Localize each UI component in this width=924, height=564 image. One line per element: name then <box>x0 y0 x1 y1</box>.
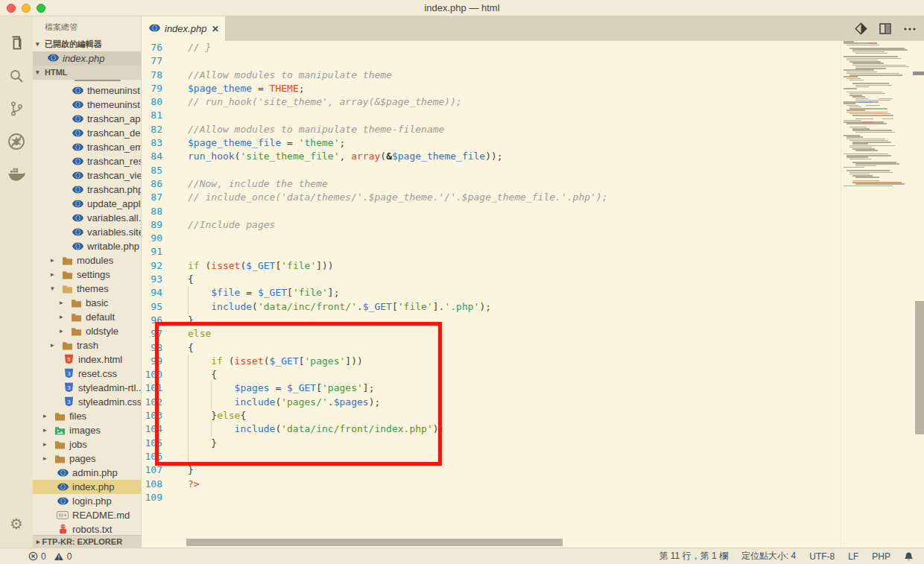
tree-item-label: variables.all.... <box>87 212 141 224</box>
code-line-88[interactable]: 88 <box>142 205 924 218</box>
open-preview-icon[interactable] <box>855 22 867 35</box>
code-line-90[interactable]: 90 <box>142 232 924 245</box>
tree-item-basic[interactable]: ▸basic <box>33 296 141 310</box>
docker-icon[interactable] <box>0 158 33 191</box>
tree-item-jobs[interactable]: ▸jobs <box>33 437 141 451</box>
tree-item-readme-md[interactable]: MREADME.md <box>33 508 141 522</box>
tree-item-oldstyle[interactable]: ▸oldstyle <box>33 324 141 338</box>
code-line-99[interactable]: 99if (isset($_GET['pages'])) <box>142 355 924 368</box>
ftp-kr-section-header[interactable]: ▸ FTP-KR: EXPLORER <box>33 535 141 548</box>
settings-gear-icon[interactable]: ⚙ <box>10 515 23 533</box>
explorer-icon[interactable] <box>0 27 33 60</box>
tree-item-writable-php[interactable]: writable.php <box>33 239 141 253</box>
more-actions-icon[interactable] <box>903 27 917 31</box>
code-line-108[interactable]: 108?> <box>142 478 924 491</box>
code-line-98[interactable]: 98{ <box>142 341 924 355</box>
vertical-scrollbar[interactable] <box>915 301 924 434</box>
cursor-position[interactable]: 第 11 行，第 1 欄 <box>659 550 727 563</box>
code-line-94[interactable]: 94$file = $_GET['file']; <box>142 286 924 300</box>
minimap[interactable] <box>841 41 915 548</box>
open-editors-header[interactable]: ▾ 已開啟的編輯器 <box>33 37 141 51</box>
notifications-bell-icon[interactable] <box>904 551 914 562</box>
code-line-89[interactable]: 89//Include pages <box>142 218 924 232</box>
code-line-92[interactable]: 92if (isset($_GET['file'])) <box>142 259 924 273</box>
code-line-77[interactable]: 77 <box>142 54 924 68</box>
code-line-87[interactable]: 87// include_once('data/themes/'.$page_t… <box>142 191 924 204</box>
code-line-96[interactable]: 96} <box>142 314 924 327</box>
tree-item-themeuninst-[interactable]: themeuninst... <box>33 83 141 98</box>
tree-item-themeuninst-[interactable]: themeuninst... <box>33 98 141 112</box>
code-line-103[interactable]: 103}else{ <box>142 409 924 422</box>
tree-item-index-php[interactable]: index.php <box>33 480 141 494</box>
tree-item-themes[interactable]: ▾themes <box>33 282 141 296</box>
tree-item-variables-site-[interactable]: variables.site... <box>33 225 141 239</box>
horizontal-scrollbar[interactable] <box>186 539 563 546</box>
code-line-105[interactable]: 105} <box>142 437 924 450</box>
tree-item-modules[interactable]: ▸modules <box>33 253 141 267</box>
code-line-82[interactable]: 82//Allow modules to manipulate theme-fi… <box>142 123 924 136</box>
debug-disabled-icon[interactable] <box>0 125 33 158</box>
open-editor-item[interactable]: index.php <box>33 51 141 66</box>
eol-indicator[interactable]: LF <box>848 551 858 562</box>
tree-item-update-apple-[interactable]: update_apple.. <box>33 197 141 211</box>
code-line-76[interactable]: 76// } <box>142 41 924 54</box>
split-editor-icon[interactable] <box>879 23 891 34</box>
code-line-91[interactable]: 91 <box>142 245 924 259</box>
tree-item-default[interactable]: ▸default <box>33 310 141 324</box>
close-tab-icon[interactable]: ✕ <box>212 24 219 34</box>
html-section-header[interactable]: ▾ HTML <box>33 66 141 80</box>
code-line-100[interactable]: 100{ <box>142 368 924 381</box>
indent-guide <box>211 381 234 395</box>
line-number: 88 <box>142 205 179 218</box>
tree-item-trashcan-app-[interactable]: trashcan_app.. <box>33 112 141 126</box>
tab-size-indicator[interactable]: 定位點大小: 4 <box>741 550 796 563</box>
tab-index-php[interactable]: index.php ✕ <box>142 16 225 41</box>
code-line-106[interactable]: 106 <box>142 450 924 463</box>
code-line-81[interactable]: 81 <box>142 109 924 122</box>
tree-item-trashcan-php[interactable]: trashcan.php <box>33 183 141 197</box>
code-line-93[interactable]: 93{ <box>142 273 924 286</box>
code-line-84[interactable]: 84run_hook('site_theme_file', array(&$pa… <box>142 150 924 163</box>
tree-item-files[interactable]: ▸files <box>33 409 141 423</box>
code-line-83[interactable]: 83$page_theme_file = 'theme'; <box>142 136 924 150</box>
tree-item-index-html[interactable]: 5index.html <box>33 352 141 367</box>
code-line-97[interactable]: 97else <box>142 327 924 340</box>
tree-item-trashcan-res-[interactable]: trashcan_res... <box>33 154 141 168</box>
tree-item-admin-php[interactable]: admin.php <box>33 466 141 480</box>
code-line-86[interactable]: 86//Now, include the theme <box>142 177 924 191</box>
indent-guide <box>188 437 211 450</box>
code-line-79[interactable]: 79$page_theme = THEME; <box>142 82 924 95</box>
encoding-indicator[interactable]: UTF-8 <box>809 551 835 562</box>
tree-item-pages[interactable]: ▸pages <box>33 451 141 466</box>
code-line-101[interactable]: 101$pages = $_GET['pages']; <box>142 381 924 395</box>
tree-item-images[interactable]: ▸images <box>33 423 141 437</box>
chevron-right-icon: ▸ <box>51 341 57 349</box>
code-token: . <box>357 300 363 314</box>
tree-item-trashcan-del-[interactable]: trashcan_del... <box>33 126 141 140</box>
language-mode[interactable]: PHP <box>872 551 890 562</box>
tree-item-settings[interactable]: ▸settings <box>33 267 141 282</box>
errors-status[interactable]: 0 <box>28 551 46 562</box>
code-line-104[interactable]: 104include('data/inc/front/index.php'); <box>142 422 924 436</box>
code-line-107[interactable]: 107} <box>142 463 924 477</box>
code-line-95[interactable]: 95include('data/inc/front/'.$_GET['file'… <box>142 300 924 314</box>
code-line-85[interactable]: 85 <box>142 164 924 177</box>
tree-item-trashcan-vie-[interactable]: trashcan_vie... <box>33 168 141 183</box>
code-line-102[interactable]: 102include('pages/'.$pages); <box>142 396 924 409</box>
code-token: = <box>252 82 269 95</box>
tree-item-reset-css[interactable]: 3reset.css <box>33 367 141 381</box>
tree-item-styleadmin-rtl-[interactable]: 3styleadmin-rtl.... <box>33 381 141 395</box>
search-icon[interactable] <box>0 60 33 92</box>
warnings-status[interactable]: 0 <box>54 551 72 562</box>
tree-item-trash[interactable]: ▸trash <box>33 338 141 352</box>
code-line-78[interactable]: 78//Allow modules to manipulate theme <box>142 69 924 82</box>
tree-item-robots-txt[interactable]: robots.txt <box>33 522 141 535</box>
code-line-109[interactable]: 109 <box>142 491 924 504</box>
code-line-80[interactable]: 80// run_hook('site_theme', array(&$page… <box>142 95 924 109</box>
tree-item-login-php[interactable]: login.php <box>33 494 141 508</box>
source-control-icon[interactable] <box>0 92 33 125</box>
tree-item-variables-all-[interactable]: variables.all.... <box>33 211 141 225</box>
tree-item-trashcan-em-[interactable]: trashcan_em... <box>33 140 141 154</box>
tree-item-styleadmin-css[interactable]: 3styleadmin.css <box>33 395 141 409</box>
code-area[interactable]: 76// }7778//Allow modules to manipulate … <box>142 41 924 548</box>
